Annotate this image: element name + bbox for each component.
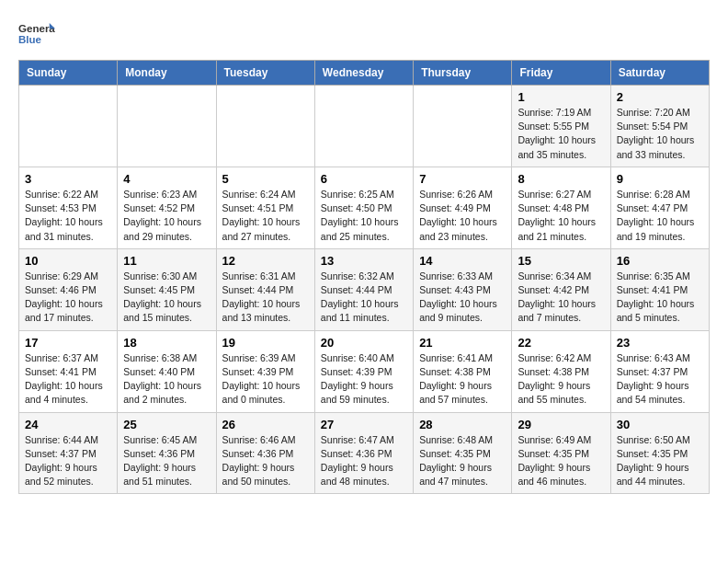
day-info: Sunrise: 6:39 AM Sunset: 4:39 PM Dayligh… <box>222 351 309 408</box>
calendar-table: SundayMondayTuesdayWednesdayThursdayFrid… <box>18 60 710 494</box>
day-info: Sunrise: 6:46 AM Sunset: 4:36 PM Dayligh… <box>222 433 309 489</box>
day-number: 18 <box>123 336 210 350</box>
calendar-day-cell: 1Sunrise: 7:19 AM Sunset: 5:55 PM Daylig… <box>512 86 610 167</box>
calendar-day-cell: 20Sunrise: 6:40 AM Sunset: 4:39 PM Dayli… <box>314 330 413 412</box>
calendar-day-cell: 11Sunrise: 6:30 AM Sunset: 4:45 PM Dayli… <box>118 248 216 330</box>
calendar-day-cell: 29Sunrise: 6:49 AM Sunset: 4:35 PM Dayli… <box>512 412 610 494</box>
calendar-empty-cell <box>216 86 314 167</box>
calendar-day-cell: 13Sunrise: 6:32 AM Sunset: 4:44 PM Dayli… <box>314 248 413 330</box>
calendar-day-cell: 19Sunrise: 6:39 AM Sunset: 4:39 PM Dayli… <box>216 330 314 412</box>
day-info: Sunrise: 6:35 AM Sunset: 4:41 PM Dayligh… <box>617 270 703 326</box>
day-info: Sunrise: 6:32 AM Sunset: 4:44 PM Dayligh… <box>321 270 407 326</box>
calendar-week-row: 24Sunrise: 6:44 AM Sunset: 4:37 PM Dayli… <box>19 412 710 494</box>
day-number: 4 <box>123 172 210 186</box>
day-number: 24 <box>25 418 111 431</box>
day-info: Sunrise: 6:43 AM Sunset: 4:37 PM Dayligh… <box>617 351 703 408</box>
day-number: 21 <box>419 336 506 350</box>
calendar-day-cell: 22Sunrise: 6:42 AM Sunset: 4:38 PM Dayli… <box>512 330 610 412</box>
day-number: 22 <box>518 336 604 350</box>
day-info: Sunrise: 6:37 AM Sunset: 4:41 PM Dayligh… <box>25 351 111 408</box>
day-info: Sunrise: 6:49 AM Sunset: 4:35 PM Dayligh… <box>518 433 604 489</box>
calendar-week-row: 1Sunrise: 7:19 AM Sunset: 5:55 PM Daylig… <box>19 86 710 167</box>
day-info: Sunrise: 6:40 AM Sunset: 4:39 PM Dayligh… <box>321 351 407 408</box>
calendar-day-cell: 28Sunrise: 6:48 AM Sunset: 4:35 PM Dayli… <box>414 412 512 494</box>
calendar-day-cell: 10Sunrise: 6:29 AM Sunset: 4:46 PM Dayli… <box>19 248 118 330</box>
day-info: Sunrise: 6:29 AM Sunset: 4:46 PM Dayligh… <box>25 270 111 326</box>
day-number: 13 <box>321 254 407 268</box>
day-number: 2 <box>617 90 703 104</box>
calendar-empty-cell <box>414 86 512 167</box>
day-number: 29 <box>518 418 604 431</box>
day-info: Sunrise: 6:34 AM Sunset: 4:42 PM Dayligh… <box>518 270 604 326</box>
calendar-day-cell: 17Sunrise: 6:37 AM Sunset: 4:41 PM Dayli… <box>19 330 118 412</box>
weekday-header-sunday: Sunday <box>19 61 118 86</box>
weekday-header-tuesday: Tuesday <box>216 61 314 86</box>
calendar-week-row: 3Sunrise: 6:22 AM Sunset: 4:53 PM Daylig… <box>19 167 710 248</box>
calendar-day-cell: 15Sunrise: 6:34 AM Sunset: 4:42 PM Dayli… <box>512 248 610 330</box>
day-info: Sunrise: 6:48 AM Sunset: 4:35 PM Dayligh… <box>419 433 506 489</box>
day-number: 7 <box>419 172 506 186</box>
day-number: 28 <box>419 418 506 431</box>
calendar-empty-cell <box>19 86 118 167</box>
calendar-empty-cell <box>314 86 413 167</box>
day-info: Sunrise: 6:33 AM Sunset: 4:43 PM Dayligh… <box>419 270 506 326</box>
weekday-header-thursday: Thursday <box>414 61 512 86</box>
weekday-header-friday: Friday <box>512 61 610 86</box>
day-info: Sunrise: 6:42 AM Sunset: 4:38 PM Dayligh… <box>518 351 604 408</box>
calendar-empty-cell <box>118 86 216 167</box>
day-info: Sunrise: 6:23 AM Sunset: 4:52 PM Dayligh… <box>123 188 210 244</box>
calendar-day-cell: 14Sunrise: 6:33 AM Sunset: 4:43 PM Dayli… <box>414 248 512 330</box>
calendar-day-cell: 21Sunrise: 6:41 AM Sunset: 4:38 PM Dayli… <box>414 330 512 412</box>
calendar-day-cell: 5Sunrise: 6:24 AM Sunset: 4:51 PM Daylig… <box>216 167 314 248</box>
calendar-header-row: SundayMondayTuesdayWednesdayThursdayFrid… <box>19 61 710 86</box>
day-info: Sunrise: 6:25 AM Sunset: 4:50 PM Dayligh… <box>321 188 407 244</box>
day-number: 25 <box>123 418 210 431</box>
day-info: Sunrise: 6:30 AM Sunset: 4:45 PM Dayligh… <box>123 270 210 326</box>
calendar-day-cell: 8Sunrise: 6:27 AM Sunset: 4:48 PM Daylig… <box>512 167 610 248</box>
calendar-day-cell: 9Sunrise: 6:28 AM Sunset: 4:47 PM Daylig… <box>610 167 709 248</box>
calendar-day-cell: 18Sunrise: 6:38 AM Sunset: 4:40 PM Dayli… <box>118 330 216 412</box>
day-number: 16 <box>617 254 703 268</box>
day-info: Sunrise: 7:19 AM Sunset: 5:55 PM Dayligh… <box>518 106 604 162</box>
day-number: 15 <box>518 254 604 268</box>
day-number: 3 <box>25 172 111 186</box>
day-number: 20 <box>321 336 407 350</box>
day-number: 23 <box>617 336 703 350</box>
day-info: Sunrise: 6:31 AM Sunset: 4:44 PM Dayligh… <box>222 270 309 326</box>
day-number: 12 <box>222 254 309 268</box>
day-number: 27 <box>321 418 407 431</box>
day-info: Sunrise: 6:22 AM Sunset: 4:53 PM Dayligh… <box>25 188 111 244</box>
page-header: General Blue <box>18 18 710 51</box>
day-number: 9 <box>617 172 703 186</box>
day-number: 6 <box>321 172 407 186</box>
calendar-day-cell: 6Sunrise: 6:25 AM Sunset: 4:50 PM Daylig… <box>314 167 413 248</box>
calendar-day-cell: 7Sunrise: 6:26 AM Sunset: 4:49 PM Daylig… <box>414 167 512 248</box>
calendar-day-cell: 4Sunrise: 6:23 AM Sunset: 4:52 PM Daylig… <box>118 167 216 248</box>
day-number: 10 <box>25 254 111 268</box>
calendar-day-cell: 25Sunrise: 6:45 AM Sunset: 4:36 PM Dayli… <box>118 412 216 494</box>
calendar-day-cell: 16Sunrise: 6:35 AM Sunset: 4:41 PM Dayli… <box>610 248 709 330</box>
svg-text:Blue: Blue <box>18 34 42 45</box>
day-info: Sunrise: 6:41 AM Sunset: 4:38 PM Dayligh… <box>419 351 506 408</box>
calendar-day-cell: 2Sunrise: 7:20 AM Sunset: 5:54 PM Daylig… <box>610 86 709 167</box>
day-number: 5 <box>222 172 309 186</box>
day-info: Sunrise: 6:45 AM Sunset: 4:36 PM Dayligh… <box>123 433 210 489</box>
day-number: 19 <box>222 336 309 350</box>
day-number: 26 <box>222 418 309 431</box>
calendar-week-row: 17Sunrise: 6:37 AM Sunset: 4:41 PM Dayli… <box>19 330 710 412</box>
calendar-day-cell: 12Sunrise: 6:31 AM Sunset: 4:44 PM Dayli… <box>216 248 314 330</box>
weekday-header-saturday: Saturday <box>610 61 709 86</box>
calendar-day-cell: 27Sunrise: 6:47 AM Sunset: 4:36 PM Dayli… <box>314 412 413 494</box>
day-number: 14 <box>419 254 506 268</box>
day-info: Sunrise: 6:24 AM Sunset: 4:51 PM Dayligh… <box>222 188 309 244</box>
calendar-day-cell: 26Sunrise: 6:46 AM Sunset: 4:36 PM Dayli… <box>216 412 314 494</box>
calendar-day-cell: 24Sunrise: 6:44 AM Sunset: 4:37 PM Dayli… <box>19 412 118 494</box>
weekday-header-wednesday: Wednesday <box>314 61 413 86</box>
day-number: 17 <box>25 336 111 350</box>
day-info: Sunrise: 6:28 AM Sunset: 4:47 PM Dayligh… <box>617 188 703 244</box>
day-number: 30 <box>617 418 703 431</box>
day-info: Sunrise: 6:27 AM Sunset: 4:48 PM Dayligh… <box>518 188 604 244</box>
calendar-day-cell: 3Sunrise: 6:22 AM Sunset: 4:53 PM Daylig… <box>19 167 118 248</box>
day-info: Sunrise: 6:50 AM Sunset: 4:35 PM Dayligh… <box>617 433 703 489</box>
day-info: Sunrise: 6:44 AM Sunset: 4:37 PM Dayligh… <box>25 433 111 489</box>
